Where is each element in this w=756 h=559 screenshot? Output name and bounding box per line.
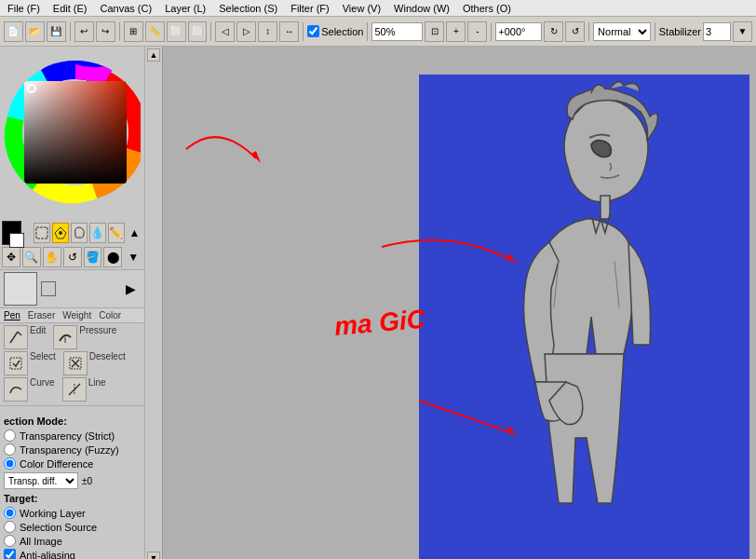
menu-others[interactable]: Others (O) <box>459 3 515 14</box>
selection-source-radio[interactable] <box>4 521 16 533</box>
menu-filter[interactable]: Filter (F) <box>287 3 333 14</box>
svg-rect-13 <box>10 358 21 369</box>
transparency-fuzzy-radio[interactable] <box>4 443 16 456</box>
sep3 <box>210 22 211 41</box>
ruler-button[interactable]: 📏 <box>145 21 165 42</box>
all-image-label: All Image <box>20 536 62 547</box>
tool-arrow-up[interactable]: ▲ <box>127 223 142 243</box>
hand-tool[interactable]: ✋ <box>43 247 61 267</box>
menu-edit[interactable]: Edit (E) <box>49 3 91 14</box>
magic-select-tool[interactable] <box>52 223 69 243</box>
subtool-expand[interactable]: ▶ <box>120 279 141 299</box>
selection-checkbox[interactable] <box>307 25 319 37</box>
foreground-color[interactable] <box>2 221 21 245</box>
divider <box>0 405 144 406</box>
anti-aliasing-checkbox[interactable] <box>4 549 16 559</box>
all-image-radio[interactable] <box>4 535 16 547</box>
tool-row-main: 💧 ✏️ ▲ <box>2 221 142 245</box>
sidebar-inner: 💧 ✏️ ▲ ✥ 🔍 ✋ ↺ 🪣 ⬤ ▼ <box>0 47 162 559</box>
stabilizer-input[interactable] <box>703 22 731 41</box>
art-canvas[interactable] <box>419 75 749 559</box>
grid-button[interactable]: ⊞ <box>124 21 143 42</box>
transparency-strict-radio[interactable] <box>4 429 16 442</box>
rotate-view-tool[interactable]: ↺ <box>63 247 82 267</box>
pressure-subtool[interactable] <box>53 325 77 349</box>
zoom-out[interactable]: - <box>467 21 487 42</box>
pencil-tool[interactable]: ✏️ <box>108 223 125 243</box>
color-tab[interactable]: Color <box>99 310 121 320</box>
menu-canvas[interactable]: Canvas (C) <box>97 3 156 14</box>
angle-input[interactable] <box>495 22 542 41</box>
color-picker-area[interactable] <box>0 47 144 219</box>
transparency-strict-option[interactable]: Transparency (Strict) <box>4 429 141 442</box>
menu-file[interactable]: File (F) <box>4 3 44 14</box>
zoom-fit[interactable]: ⊡ <box>425 21 444 42</box>
view-btn2[interactable]: ⬜ <box>188 21 208 42</box>
line-subtool[interactable] <box>62 377 87 402</box>
transparency-fuzzy-label: Transparency (Fuzzy) <box>20 444 119 456</box>
rotate-btn[interactable]: ↕ <box>258 21 277 42</box>
menu-view[interactable]: View (V) <box>339 3 385 14</box>
working-layer-option[interactable]: Working Layer <box>4 507 141 519</box>
blend-mode-select[interactable]: Normal Multiply Screen <box>593 22 651 41</box>
redo-button[interactable]: ↪ <box>96 21 115 42</box>
undo-button[interactable]: ↩ <box>74 21 94 42</box>
svg-line-10 <box>10 332 18 343</box>
lasso-tool[interactable] <box>71 223 88 243</box>
zoom-in[interactable]: + <box>446 21 466 42</box>
nav-btn1[interactable]: ◁ <box>215 21 235 42</box>
color-difference-radio[interactable] <box>4 457 16 470</box>
brush-preview <box>4 272 37 306</box>
toolbar: 📄 📂 💾 ↩ ↪ ⊞ 📏 ⬜ ⬜ ◁ ▷ ↕ ↔ Selection ⊡ + … <box>0 17 756 47</box>
line-label: Line <box>88 377 106 402</box>
eraser-tab[interactable]: Eraser <box>28 310 55 320</box>
open-button[interactable]: 📂 <box>25 21 45 42</box>
nav-btn2[interactable]: ▷ <box>236 21 256 42</box>
left-sidebar: 💧 ✏️ ▲ ✥ 🔍 ✋ ↺ 🪣 ⬤ ▼ <box>0 47 163 559</box>
target-title: Target: <box>4 493 141 504</box>
move-tool[interactable]: ✥ <box>2 247 20 267</box>
new-button[interactable]: 📄 <box>4 21 23 42</box>
pen-tab[interactable]: Pen <box>4 310 20 320</box>
menu-window[interactable]: Window (W) <box>390 3 453 14</box>
rotate-ccw[interactable]: ↺ <box>565 21 585 42</box>
tool-arrow-down[interactable]: ▼ <box>124 247 142 267</box>
selection-tool[interactable] <box>34 223 50 243</box>
sep5 <box>367 22 368 41</box>
edit-subtool[interactable] <box>4 325 28 349</box>
anti-aliasing-option[interactable]: Anti-aliasing <box>4 549 141 559</box>
save-button[interactable]: 💾 <box>47 21 66 42</box>
working-layer-label: Working Layer <box>20 508 86 519</box>
curve-label: Curve <box>30 377 55 402</box>
color-difference-label: Color Difference <box>20 458 93 470</box>
stabilizer-dropdown[interactable]: ▼ <box>733 21 752 42</box>
scroll-down-btn[interactable]: ▼ <box>147 552 160 559</box>
zoom-tool[interactable]: 🔍 <box>22 247 41 267</box>
color-difference-option[interactable]: Color Difference <box>4 457 141 470</box>
transparency-strict-label: Transparency (Strict) <box>20 430 115 442</box>
zoom-input[interactable] <box>371 22 423 41</box>
scroll-up-btn[interactable]: ▲ <box>147 48 160 61</box>
canvas-area[interactable]: ma GiC <box>163 47 756 559</box>
rotate-cw[interactable]: ↻ <box>544 21 563 42</box>
menu-selection[interactable]: Selection (S) <box>215 3 281 14</box>
weight-tab[interactable]: Weight <box>62 310 91 320</box>
all-image-option[interactable]: All Image <box>4 535 141 547</box>
curve-subtool[interactable] <box>4 377 28 402</box>
flip-btn[interactable]: ↔ <box>279 21 299 42</box>
anti-aliasing-label: Anti-aliasing <box>20 550 75 560</box>
deselect-subtool[interactable] <box>63 351 88 375</box>
eyedropper-tool[interactable]: 💧 <box>89 223 106 243</box>
transp-select[interactable]: Transp. diff. <box>4 472 78 489</box>
working-layer-radio[interactable] <box>4 507 16 519</box>
transparency-fuzzy-option[interactable]: Transparency (Fuzzy) <box>4 443 141 456</box>
selection-source-option[interactable]: Selection Source <box>4 521 141 533</box>
select-subtool[interactable] <box>4 351 28 375</box>
view-btn1[interactable]: ⬜ <box>167 21 186 42</box>
blend-tool[interactable]: ⬤ <box>103 247 122 267</box>
sidebar-scroll-buttons: ▲ ▼ <box>144 47 162 559</box>
plusminus-label: ±0 <box>82 476 92 486</box>
bucket-tool[interactable]: 🪣 <box>84 247 102 267</box>
menu-layer[interactable]: Layer (L) <box>161 3 209 14</box>
sub-tool-panel: Edit Pressure Select <box>0 323 144 403</box>
